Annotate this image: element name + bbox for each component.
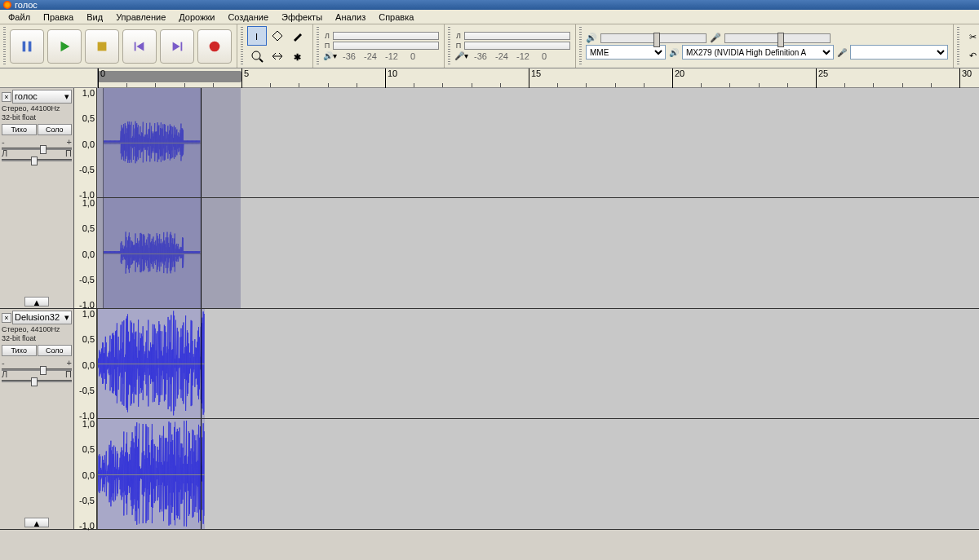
track-control-panel: × Delusion32▾ Стерео, 44100Hz32-bit floa… [0, 309, 74, 529]
record-meter-left[interactable] [464, 32, 570, 40]
track-close-button[interactable]: × [2, 313, 11, 323]
channel-area[interactable] [97, 309, 979, 529]
vscale-label: -1,0 [79, 521, 95, 531]
audio-clip[interactable] [97, 309, 205, 418]
record-meter-toolbar: Л П 🎤▾ -36-24-120 [445, 24, 576, 68]
track-name-dropdown[interactable]: Delusion32▾ [12, 311, 72, 324]
timeline-ruler[interactable]: 05101520253035 [0, 68, 979, 88]
titlebar: голос [0, 0, 979, 10]
toolbars: I ✱ Л П 🔊▾ -3 [0, 24, 979, 68]
draw-tool[interactable] [288, 26, 308, 46]
menu-tracks[interactable]: Дорожки [172, 11, 221, 24]
envelope-tool[interactable] [268, 26, 287, 46]
track: × Delusion32▾ Стерео, 44100Hz32-bit floa… [0, 309, 979, 530]
undo-button[interactable]: ↶ [963, 46, 979, 64]
skip-end-button[interactable] [160, 29, 194, 64]
waveform-channel[interactable] [97, 419, 979, 529]
svg-rect-3 [98, 42, 107, 51]
vscale-label: 0,5 [82, 334, 95, 344]
svg-marker-2 [61, 41, 70, 51]
ruler-tick-label: 0 [100, 68, 105, 78]
vscale-label: -0,5 [79, 275, 95, 284]
toolbar-grip[interactable] [317, 27, 319, 66]
vscale-label: 1,0 [82, 309, 95, 319]
menu-help[interactable]: Справка [372, 11, 420, 24]
ruler-tick-label: 20 [675, 68, 684, 78]
solo-button[interactable]: Соло [38, 345, 73, 356]
selection-region[interactable] [97, 88, 241, 197]
play-button[interactable] [47, 29, 82, 64]
timeshift-tool[interactable] [268, 46, 287, 66]
menu-analyze[interactable]: Анализ [329, 11, 372, 24]
track-collapse-button[interactable]: ▲ [24, 518, 49, 527]
waveform-channel[interactable] [97, 309, 979, 419]
track-name-dropdown[interactable]: голос▾ [12, 90, 72, 104]
input-device-select[interactable] [850, 45, 948, 60]
record-meter-right[interactable] [464, 42, 570, 50]
waveform-channel[interactable] [97, 88, 979, 198]
svg-marker-6 [173, 42, 180, 51]
input-volume-slider[interactable] [724, 33, 831, 43]
svg-text:I: I [255, 32, 258, 42]
output-volume-slider[interactable] [600, 33, 707, 43]
host-api-select[interactable]: MME [586, 45, 666, 60]
playhead-cursor [201, 88, 202, 197]
track-close-button[interactable]: × [2, 92, 11, 102]
transport-toolbar [0, 24, 237, 68]
output-device-select[interactable]: MX279 (NVIDIA High Definition A [682, 45, 834, 60]
toolbar-grip[interactable] [241, 27, 243, 66]
multi-tool[interactable]: ✱ [288, 46, 308, 66]
audio-clip[interactable] [97, 419, 205, 529]
selection-region[interactable] [97, 198, 241, 308]
skip-start-button[interactable] [122, 29, 157, 64]
toolbar-grip[interactable] [579, 27, 582, 66]
vscale-label: 0,0 [82, 470, 95, 480]
track-format-info: Стерео, 44100Hz32-bit float [2, 324, 72, 344]
svg-marker-5 [136, 42, 144, 51]
zoom-tool[interactable] [247, 46, 267, 66]
mute-button[interactable]: Тихо [2, 124, 37, 135]
toolbar-grip[interactable] [957, 27, 959, 66]
pause-button[interactable] [10, 29, 44, 64]
svg-rect-7 [181, 42, 183, 51]
menu-transport[interactable]: Управление [109, 11, 172, 24]
mic-icon[interactable]: 🎤▾ [454, 51, 468, 60]
svg-point-11 [252, 51, 260, 60]
pan-slider[interactable]: ЛП [2, 148, 72, 158]
selection-marker[interactable] [98, 71, 241, 82]
mute-button[interactable]: Тихо [2, 345, 37, 356]
menu-view[interactable]: Вид [80, 11, 109, 24]
svg-rect-1 [29, 41, 32, 51]
channel-area[interactable] [97, 88, 979, 308]
menubar: Файл Правка Вид Управление Дорожки Созда… [0, 10, 979, 24]
playback-meter-left[interactable] [333, 32, 439, 40]
toolbar-grip[interactable] [448, 27, 450, 66]
toolbar-grip[interactable] [3, 27, 6, 66]
ruler-scale[interactable]: 05101520253035 [98, 68, 979, 87]
vscale-label: 1,0 [82, 198, 95, 208]
vscale-label: -0,5 [79, 386, 95, 395]
cut-button[interactable]: ✂ [963, 28, 979, 46]
menu-file[interactable]: Файл [2, 11, 37, 24]
playhead-cursor [201, 198, 202, 308]
speaker-icon[interactable]: 🔊▾ [323, 51, 337, 60]
track-collapse-button[interactable]: ▲ [24, 297, 49, 306]
menu-edit[interactable]: Правка [37, 11, 80, 24]
menu-generate[interactable]: Создание [221, 11, 275, 24]
playback-meter-right[interactable] [333, 42, 439, 50]
menu-effects[interactable]: Эффекты [275, 11, 329, 24]
waveform-channel[interactable] [97, 198, 979, 308]
ruler-tick-label: 10 [388, 68, 397, 78]
vscale-label: 0,0 [82, 249, 95, 259]
stop-button[interactable] [85, 29, 119, 64]
record-button[interactable] [197, 29, 232, 64]
selection-tool[interactable]: I [247, 26, 267, 46]
track: × голос▾ Стерео, 44100Hz32-bit float Тих… [0, 88, 979, 309]
gain-slider[interactable]: -+ [2, 137, 72, 147]
window-title: голос [15, 0, 38, 10]
solo-button[interactable]: Соло [38, 124, 73, 135]
gain-slider[interactable]: -+ [2, 358, 72, 368]
svg-rect-4 [135, 42, 136, 51]
track-control-panel: × голос▾ Стерео, 44100Hz32-bit float Тих… [0, 88, 74, 308]
pan-slider[interactable]: ЛП [2, 369, 72, 379]
